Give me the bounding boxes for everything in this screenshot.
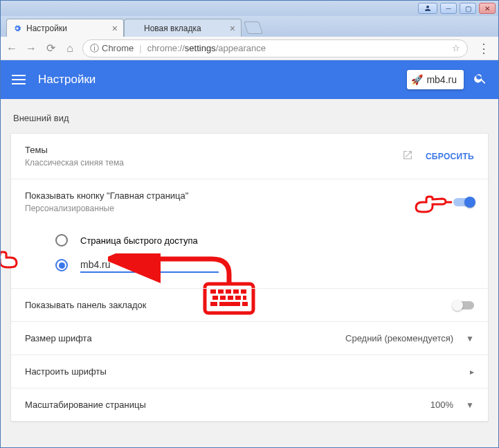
browser-tab-active[interactable]: Настройки ×: [6, 19, 124, 37]
reset-theme-button[interactable]: СБРОСИТЬ: [426, 152, 474, 161]
window-minimize-button[interactable]: ─: [440, 3, 457, 14]
reload-button[interactable]: ⟳: [44, 42, 57, 55]
search-icon[interactable]: [473, 71, 487, 89]
settings-content: Внешний вид Темы Классическая синяя тема…: [1, 99, 498, 448]
browser-tab-inactive[interactable]: Новая вкладка ×: [124, 19, 242, 37]
home-button-options: Страница быстрого доступа: [11, 224, 488, 288]
font-size-value: Средний (рекомендуется): [345, 333, 453, 343]
security-chip: Chrome: [90, 42, 134, 55]
separator: |: [139, 43, 141, 53]
back-button[interactable]: ←: [5, 42, 19, 55]
customize-fonts-title: Настроить шрифты: [25, 366, 107, 377]
font-size-title: Размер шрифта: [25, 333, 92, 343]
annotation-hand-right: [413, 192, 455, 217]
theme-subtitle: Классическая синяя тема: [25, 158, 124, 168]
close-icon[interactable]: ×: [112, 23, 118, 34]
section-heading: Внешний вид: [13, 113, 489, 123]
radio-checked-icon[interactable]: [55, 259, 68, 271]
chevron-down-icon[interactable]: ▼: [466, 400, 474, 410]
homepage-url-input[interactable]: [80, 258, 219, 273]
browser-toolbar: ← → ⟳ ⌂ Chrome | chrome://settings/appea…: [1, 37, 498, 60]
home-button[interactable]: ⌂: [63, 42, 77, 55]
appearance-panel: Темы Классическая синяя тема СБРОСИТЬ По…: [10, 133, 489, 422]
address-bar[interactable]: Chrome | chrome://settings/appearance ☆: [82, 39, 468, 57]
bookmark-star-icon[interactable]: ☆: [452, 43, 460, 53]
theme-row[interactable]: Темы Классическая синяя тема СБРОСИТЬ: [11, 134, 488, 179]
page-zoom-value: 100%: [430, 400, 453, 410]
hamburger-menu-icon[interactable]: [12, 75, 26, 84]
radio-custom[interactable]: [25, 252, 474, 278]
search-pill-text: mb4.ru: [426, 74, 457, 85]
window-maximize-button[interactable]: ▢: [460, 3, 476, 14]
bookmarks-bar-toggle[interactable]: [453, 301, 474, 310]
rocket-icon: 🚀: [411, 74, 423, 85]
open-external-icon[interactable]: [402, 150, 413, 163]
bookmarks-bar-row: Показывать панель закладок: [11, 288, 488, 321]
chevron-down-icon[interactable]: ▼: [466, 334, 474, 343]
page-zoom-title: Масштабирование страницы: [25, 400, 146, 410]
customize-fonts-row[interactable]: Настроить шрифты ▸: [11, 355, 488, 388]
home-button-toggle[interactable]: [453, 198, 474, 206]
home-button-row: Показывать кнопку "Главная страница" Пер…: [11, 179, 488, 224]
theme-title: Темы: [25, 145, 124, 155]
home-button-subtitle: Персонализированные: [25, 204, 188, 213]
chrome-menu-button[interactable]: ⋮: [473, 41, 494, 56]
close-icon[interactable]: ×: [230, 23, 235, 34]
radio-unchecked-icon[interactable]: [55, 234, 68, 247]
chevron-right-icon[interactable]: ▸: [470, 367, 474, 377]
radio-ntp-label: Страница быстрого доступа: [80, 235, 198, 246]
bookmarks-bar-title: Показывать панель закладок: [25, 300, 147, 310]
settings-header: Настройки 🚀 mb4.ru: [1, 60, 498, 99]
annotation-hand-left: [1, 248, 19, 273]
window-user-button[interactable]: [418, 3, 437, 14]
blank-favicon: [130, 24, 140, 33]
gear-icon: [12, 24, 22, 33]
home-button-title: Показывать кнопку "Главная страница": [25, 190, 188, 201]
forward-button[interactable]: →: [24, 42, 38, 55]
window-close-button[interactable]: ✕: [479, 3, 496, 14]
new-tab-button[interactable]: [244, 21, 263, 34]
window-titlebar: ─ ▢ ✕: [1, 1, 498, 16]
tab-title: Новая вкладка: [144, 24, 201, 33]
url-text: chrome://settings/appearance: [147, 43, 266, 53]
font-size-row[interactable]: Размер шрифта Средний (рекомендуется) ▼: [11, 321, 488, 355]
tab-strip: Настройки × Новая вкладка ×: [1, 16, 498, 37]
page-zoom-row[interactable]: Масштабирование страницы 100% ▼: [11, 388, 488, 421]
tab-title: Настройки: [26, 24, 67, 33]
search-pill[interactable]: 🚀 mb4.ru: [407, 70, 464, 89]
page-title: Настройки: [38, 73, 96, 87]
radio-ntp[interactable]: Страница быстрого доступа: [25, 229, 474, 252]
